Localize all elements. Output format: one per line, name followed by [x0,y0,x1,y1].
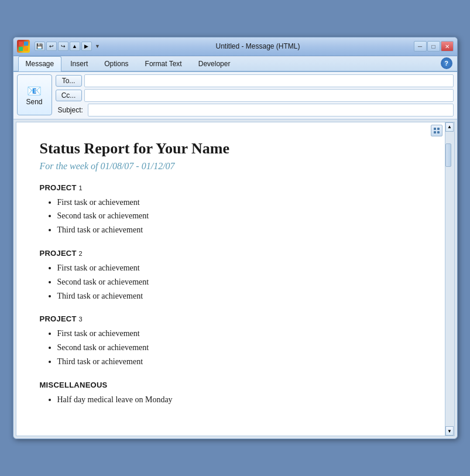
undo-btn[interactable]: ↩ [46,42,57,51]
ribbon-tab-bar: Message Insert Options Format Text Devel… [13,56,457,71]
list-item: Third task or achievement [57,355,421,369]
window-controls: ─ □ ✕ [414,41,454,52]
list-item: First task or achievement [57,327,421,341]
list-item: Second task or achievement [57,275,421,289]
to-row: To... [56,74,454,87]
project-3-label: PROJECT 3 [40,314,421,323]
ribbon: Message Insert Options Format Text Devel… [13,56,457,72]
list-item: Second task or achievement [57,341,421,355]
minimize-button[interactable]: ─ [414,41,427,52]
header-fields: 📧 Send To... Cc... Subject: [13,72,457,119]
list-item: Second task or achievement [57,209,421,223]
tab-developer[interactable]: Developer [191,56,238,71]
to-button[interactable]: To... [56,75,82,87]
svg-rect-1 [24,42,28,46]
svg-rect-7 [437,131,440,133]
accessibility-icon[interactable] [431,125,442,136]
cc-input[interactable] [84,89,454,102]
project-1-section: PROJECT 1 First task or achievement Seco… [40,183,421,237]
app-logo [17,40,30,53]
tab-options[interactable]: Options [97,56,136,71]
list-item: First task or achievement [57,261,421,275]
project-3-tasks: First task or achievement Second task or… [40,327,421,368]
email-title: Status Report for Your Name [40,140,421,157]
project-2-section: PROJECT 2 First task or achievement Seco… [40,249,421,303]
svg-rect-5 [437,128,440,130]
tab-format-text[interactable]: Format Text [138,56,190,71]
tab-message[interactable]: Message [18,56,62,71]
cc-row: Cc... [56,89,454,102]
list-item: Third task or achievement [57,223,421,237]
scrollbar[interactable]: ▲ ▼ [445,122,454,436]
project-3-section: PROJECT 3 First task or achievement Seco… [40,314,421,368]
title-bar: 💾 ↩ ↪ ▲ ▶ ▼ Untitled - Message (HTML) ─ … [13,37,457,56]
miscellaneous-tasks: Half day medical leave on Monday [40,393,421,407]
project-1-label: PROJECT 1 [40,183,421,192]
save-quick-btn[interactable]: 💾 [35,42,45,51]
up-btn[interactable]: ▲ [70,42,80,51]
help-button[interactable]: ? [441,57,452,69]
window-title: Untitled - Message (HTML) [105,42,411,50]
email-subtitle: For the week of 01/08/07 - 01/12/07 [40,161,421,172]
send-button[interactable]: 📧 Send [17,74,52,115]
subject-row: Subject: [56,104,454,117]
miscellaneous-section: MISCELLANEOUS Half day medical leave on … [40,381,421,407]
svg-rect-2 [19,47,23,51]
dropdown-arrow[interactable]: ▼ [93,42,102,51]
miscellaneous-label: MISCELLANEOUS [40,381,421,389]
svg-rect-3 [24,47,28,51]
email-body-content[interactable]: Status Report for Your Name For the week… [16,122,454,436]
address-fields: To... Cc... Subject: [56,74,454,117]
send-label: Send [26,98,42,106]
svg-rect-0 [19,42,23,46]
project-2-label: PROJECT 2 [40,249,421,258]
to-input[interactable] [84,74,454,87]
scroll-up-button[interactable]: ▲ [445,122,454,132]
tab-insert[interactable]: Insert [63,56,95,71]
send-icon: 📧 [27,84,42,98]
close-button[interactable]: ✕ [441,41,454,52]
list-item: Third task or achievement [57,289,421,303]
maximize-button[interactable]: □ [427,41,440,52]
list-item: Half day medical leave on Monday [57,393,421,407]
outlook-window: 💾 ↩ ↪ ▲ ▶ ▼ Untitled - Message (HTML) ─ … [13,37,458,440]
scroll-thumb[interactable] [445,143,451,167]
redo-btn[interactable]: ↪ [58,42,68,51]
project-1-tasks: First task or achievement Second task or… [40,196,421,237]
svg-rect-4 [434,128,436,130]
list-item: First task or achievement [57,196,421,210]
project-2-tasks: First task or achievement Second task or… [40,261,421,303]
email-body-area: ▲ ▼ Status Report for Your Name For the … [16,122,455,437]
send-quick-btn[interactable]: ▶ [81,42,92,51]
subject-input[interactable] [88,104,454,117]
svg-rect-6 [434,131,436,133]
scroll-down-button[interactable]: ▼ [445,426,454,436]
subject-label: Subject: [56,105,85,115]
quick-access-toolbar: 💾 ↩ ↪ ▲ ▶ ▼ [35,42,102,51]
cc-button[interactable]: Cc... [56,90,82,101]
